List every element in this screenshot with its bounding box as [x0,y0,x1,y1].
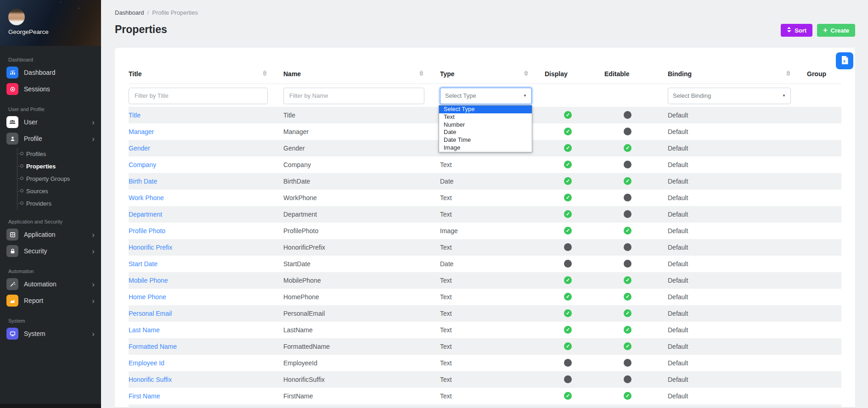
property-title-link[interactable]: Gender [129,140,283,156]
chevron-right-icon: › [92,297,95,305]
column-label: Binding [668,70,692,78]
property-editable-cell: ✓ [604,173,668,190]
table-row: CompanyCompanyText✓Default [129,156,841,173]
chevron-right-icon: › [92,330,95,338]
property-title-link[interactable]: Manager [129,123,283,140]
property-title-link[interactable]: Personal Email [129,305,283,322]
filter-binding-select[interactable]: Select Binding ▼ [668,88,791,104]
filter-name-input[interactable] [283,88,424,104]
display-enabled-icon: ✓ [564,227,572,235]
sidebar-section-label: User and Profile [8,106,93,112]
property-editable-cell [604,190,668,206]
column-label: Title [129,70,142,78]
property-title-link[interactable]: Formatted Name [129,338,283,355]
sort-button[interactable]: Sort [781,24,812,37]
property-name-cell: Department [283,206,440,223]
property-title-link[interactable]: Birth Date [129,173,283,190]
sidebar-item-application[interactable]: Application› [0,226,101,243]
column-sort-icon[interactable] [419,70,423,78]
type-option-select-type[interactable]: Select Type [439,106,532,113]
sidebar-item-label: Report [24,297,43,304]
sidebar-item-label: System [24,330,45,337]
sidebar-footer [0,404,101,408]
property-title-link[interactable]: Work Phone [129,190,283,206]
property-type-cell: Text [440,338,545,355]
type-option-date[interactable]: Date [439,129,532,136]
sidebar-item-label: Sessions [24,85,50,93]
property-title-link[interactable]: Start Date [129,256,283,272]
property-title-link[interactable]: Honorific Suffix [129,371,283,388]
create-button[interactable]: + Create [817,24,855,37]
property-editable-cell: ✓ [604,272,668,289]
sidebar-item-automation[interactable]: Automation› [0,276,101,292]
sidebar-item-report[interactable]: Report› [0,292,101,309]
property-title-link[interactable]: Title [129,107,283,123]
property-type-cell: Text [440,388,545,404]
property-binding-cell: Default [668,223,807,239]
property-display-cell: ✓ [545,107,604,123]
property-title-link[interactable]: Company [129,156,283,173]
property-title-link[interactable]: Department [129,206,283,223]
dashboard-icon [6,67,18,78]
property-binding-cell: Default [668,371,807,388]
property-group-cell [807,388,841,404]
property-title-link[interactable]: Home Phone [129,289,283,305]
sidebar-subitem-properties[interactable]: Properties [17,160,101,173]
column-sort-icon[interactable] [263,70,267,78]
export-button[interactable]: x [836,52,853,69]
property-title-link[interactable]: Mobile Phone [129,272,283,289]
property-title-link[interactable]: Employee Id [129,355,283,371]
property-display-cell: ✓ [545,388,604,404]
property-display-cell: ✓ [545,140,604,156]
sidebar: GeorgePearce DashboardDashboardSessionsU… [0,0,101,408]
sidebar-item-dashboard[interactable]: Dashboard [0,64,101,81]
table-row: DepartmentDepartmentText✓Default [129,206,841,223]
property-title-link[interactable]: Last Name [129,322,283,338]
sidebar-item-profile[interactable]: Profile› [0,130,101,147]
property-editable-cell [604,355,668,371]
sidebar-item-user[interactable]: User› [0,114,101,130]
filter-title-input[interactable] [129,88,268,104]
property-display-cell [545,239,604,256]
chevron-right-icon: › [92,135,95,143]
type-option-number[interactable]: Number [439,121,532,129]
plus-icon: + [823,27,827,34]
breadcrumb-root[interactable]: Dashboard [115,9,144,16]
filter-type-select[interactable]: Select Type ▼ [440,88,532,104]
sidebar-subitem-providers[interactable]: Providers [17,197,101,210]
column-header-name[interactable]: Name [283,68,440,84]
property-display-cell [545,256,604,272]
sidebar-section-label: Automation [8,268,93,274]
editable-disabled-icon [624,260,631,268]
type-option-text[interactable]: Text [439,113,532,121]
property-title-link[interactable]: Profile Photo [129,223,283,239]
table-row: First NameFirstNameText✓✓Default [129,388,841,404]
sidebar-item-sessions[interactable]: Sessions [0,81,101,97]
display-enabled-icon: ✓ [564,111,572,119]
column-header-binding[interactable]: Binding [668,68,807,84]
table-row: Mobile PhoneMobilePhoneText✓✓Default [129,272,841,289]
property-display-cell: ✓ [545,206,604,223]
column-header-title[interactable]: Title [129,68,283,84]
property-type-cell: Text [440,305,545,322]
type-option-date-time[interactable]: Date Time [439,136,532,144]
sidebar-item-system[interactable]: System› [0,325,101,342]
column-sort-icon[interactable] [786,70,790,78]
sidebar-subitem-sources[interactable]: Sources [17,185,101,197]
sidebar-subitem-property-groups[interactable]: Property Groups [17,173,101,185]
property-binding-cell: Default [668,272,807,289]
table-row: Start DateStartDateDateDefault [129,256,841,272]
column-header-type[interactable]: Type [440,68,545,84]
table-card: x TitleNameTypeDisplayEditableBindingGro… [115,48,855,407]
excel-export-icon: x [841,56,849,66]
property-title-link[interactable]: Honorific Prefix [129,239,283,256]
property-display-cell: ✓ [545,322,604,338]
sidebar-item-security[interactable]: Security› [0,243,101,259]
property-title-link[interactable]: First Name [129,388,283,404]
sidebar-subitem-profiles[interactable]: Profiles [17,148,101,160]
column-sort-icon[interactable] [524,70,528,78]
type-option-image[interactable]: Image [439,144,532,152]
property-editable-cell [604,156,668,173]
display-enabled-icon: ✓ [564,276,572,284]
property-group-cell [807,206,841,223]
